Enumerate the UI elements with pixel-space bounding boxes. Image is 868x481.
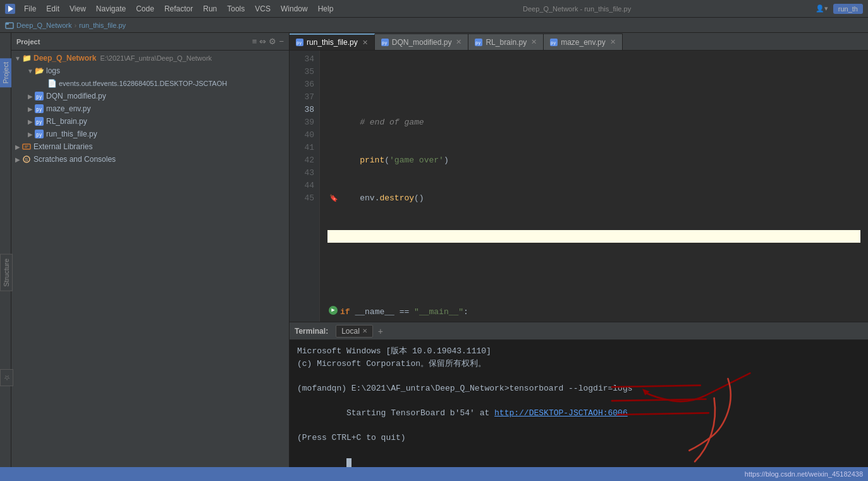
tree-item-maze[interactable]: py maze_env.py <box>11 102 289 115</box>
dqn-label: DQN_modified.py <box>46 92 106 100</box>
run-py-icon: py <box>34 129 44 139</box>
tab-py-icon-2: py <box>475 39 482 46</box>
menu-refactor[interactable]: Refactor <box>159 3 198 15</box>
extlib-icon <box>21 142 32 152</box>
tab-run-this-file[interactable]: py run_this_file.py ✕ <box>290 33 375 50</box>
tree-root[interactable]: 📁 Deep_Q_Network E:\2021\AF_untra\Deep_Q… <box>11 52 289 64</box>
breadcrumb: Deep_Q_Network › run_this_file.py <box>0 18 868 33</box>
statusbar-right: https://blog.csdn.net/weixin_45182438 <box>745 470 863 478</box>
tab-maze-env[interactable]: py maze_env.py ✕ <box>544 33 622 50</box>
tab-close-1[interactable]: ✕ <box>456 38 462 46</box>
project-vertical-tab[interactable]: Project <box>0 58 11 87</box>
tab-close-2[interactable]: ✕ <box>531 38 537 46</box>
terminal-line-5: (Press CTRL+C to quit) <box>297 432 860 444</box>
tree-item-extlib[interactable]: External Libraries <box>11 140 289 153</box>
dqn-arrow <box>27 93 34 100</box>
gutter-37: 🔖 <box>327 192 340 205</box>
menu-edit[interactable]: Edit <box>41 3 64 15</box>
left-project-strip[interactable]: Project <box>0 33 11 467</box>
root-arrow <box>14 55 21 62</box>
terminal-content[interactable]: Microsoft Windows [版本 10.0.19043.1110] (… <box>290 340 868 467</box>
scratches-icon: S <box>21 154 32 164</box>
project-panel-header: Project ≡ ⇔ ⚙ − <box>11 33 289 51</box>
rl-arrow <box>27 118 34 125</box>
extlib-label: External Libraries <box>34 142 92 151</box>
tab-label-3: maze_env.py <box>561 38 605 47</box>
favorites-tab[interactable]: ☆ <box>0 369 13 386</box>
gutter-40: ▶ <box>327 306 340 315</box>
menu-bar[interactable]: File Edit View Navigate Code Refactor Ru… <box>19 3 338 15</box>
tab-label-1: DQN_modified.py <box>392 38 452 47</box>
user-icon: 👤▾ <box>816 4 828 13</box>
minimize-icon[interactable]: − <box>279 37 284 46</box>
rl-py-icon: py <box>34 116 44 126</box>
tab-py-icon-0: py <box>296 39 303 46</box>
tab-dqn-modified[interactable]: py DQN_modified.py ✕ <box>375 33 469 50</box>
menu-view[interactable]: View <box>64 3 91 15</box>
terminal-line-6 <box>297 444 860 467</box>
svg-rect-12 <box>23 144 30 149</box>
tree-item-events[interactable]: 📄 events.out.tfevents.1628684051.DESKTOP… <box>11 77 289 90</box>
breadcrumb-project[interactable]: Deep_Q_Network <box>16 21 71 29</box>
code-content[interactable]: # end of game print('game over') 🔖 env.d… <box>320 51 868 322</box>
terminal-add-button[interactable]: + <box>376 326 386 336</box>
maze-label: maze_env.py <box>46 104 90 113</box>
terminal-text-4: Starting TensorBoard b'54' at <box>346 408 494 418</box>
menu-help[interactable]: Help <box>313 3 339 15</box>
tab-py-icon-1: py <box>381 39 389 46</box>
menu-code[interactable]: Code <box>131 3 159 15</box>
run-label: run_this_file.py <box>46 130 97 138</box>
collapse-all-icon[interactable]: ≡ <box>252 37 257 46</box>
ln-43: 43 <box>290 167 319 180</box>
terminal-tab-close[interactable]: ✕ <box>362 327 367 334</box>
events-label: events.out.tfevents.1628684051.DESKTOP-J… <box>59 80 227 87</box>
code-line-39 <box>327 268 860 281</box>
svg-text:py: py <box>36 94 42 100</box>
breadcrumb-file[interactable]: run_this_file.py <box>79 21 126 29</box>
tab-close-3[interactable]: ✕ <box>610 38 616 46</box>
code-editor[interactable]: 34 35 36 37 38 39 40 41 42 43 44 45 <box>290 51 868 322</box>
tab-label-2: RL_brain.py <box>486 38 527 47</box>
project-tree: 📁 Deep_Q_Network E:\2021\AF_untra\Deep_Q… <box>11 51 289 467</box>
tree-item-logs[interactable]: 📂 logs <box>11 64 289 77</box>
tab-close-0[interactable]: ✕ <box>362 39 368 47</box>
project-panel: Project ≡ ⇔ ⚙ − 📁 Deep_Q_Network E:\2021… <box>11 33 290 467</box>
menu-file[interactable]: File <box>19 3 41 15</box>
tree-item-dqn[interactable]: py DQN_modified.py <box>11 90 289 102</box>
settings-icon[interactable]: ⚙ <box>269 37 276 46</box>
menu-vcs[interactable]: VCS <box>250 3 276 15</box>
terminal-cursor <box>346 458 351 467</box>
ln-36: 36 <box>290 78 319 91</box>
tree-item-run[interactable]: py run_this_file.py <box>11 128 289 140</box>
terminal-line-0: Microsoft Windows [版本 10.0.19043.1110] <box>297 345 860 358</box>
menu-tools[interactable]: Tools <box>222 3 250 15</box>
root-label: Deep_Q_Network <box>34 54 96 63</box>
tab-pill: run_th <box>833 4 863 14</box>
terminal-link[interactable]: http://DESKTOP-JSCTAOH:6006 <box>494 408 628 418</box>
ln-38: 38 <box>290 104 319 116</box>
terminal-tab-local[interactable]: Local ✕ <box>336 325 373 338</box>
run-button-40[interactable]: ▶ <box>329 306 338 315</box>
svg-rect-3 <box>6 23 9 25</box>
bookmark-icon-37: 🔖 <box>329 192 338 205</box>
svg-text:py: py <box>296 40 302 46</box>
svg-text:py: py <box>36 132 42 138</box>
terminal-line-4: Starting TensorBoard b'54' at http://DES… <box>297 394 860 432</box>
terminal-tab-local-label: Local <box>341 327 360 336</box>
maze-arrow <box>27 106 34 113</box>
structure-tab[interactable]: Structure <box>0 254 13 291</box>
extlib-arrow <box>14 143 21 150</box>
menu-run[interactable]: Run <box>198 3 222 15</box>
menu-navigate[interactable]: Navigate <box>91 3 131 15</box>
root-folder-icon: 📁 <box>21 53 32 63</box>
run-arrow <box>27 131 34 138</box>
tree-item-rl[interactable]: py RL_brain.py <box>11 115 289 128</box>
code-line-37: 🔖 env.destroy() <box>327 192 860 205</box>
svg-text:py: py <box>36 119 42 125</box>
tab-rl-brain[interactable]: py RL_brain.py ✕ <box>468 33 544 50</box>
ln-37: 37 <box>290 91 319 104</box>
menu-window[interactable]: Window <box>276 3 313 15</box>
dqn-py-icon: py <box>34 91 44 101</box>
tree-item-scratches[interactable]: S Scratches and Consoles <box>11 153 289 166</box>
expand-icon[interactable]: ⇔ <box>259 37 266 46</box>
